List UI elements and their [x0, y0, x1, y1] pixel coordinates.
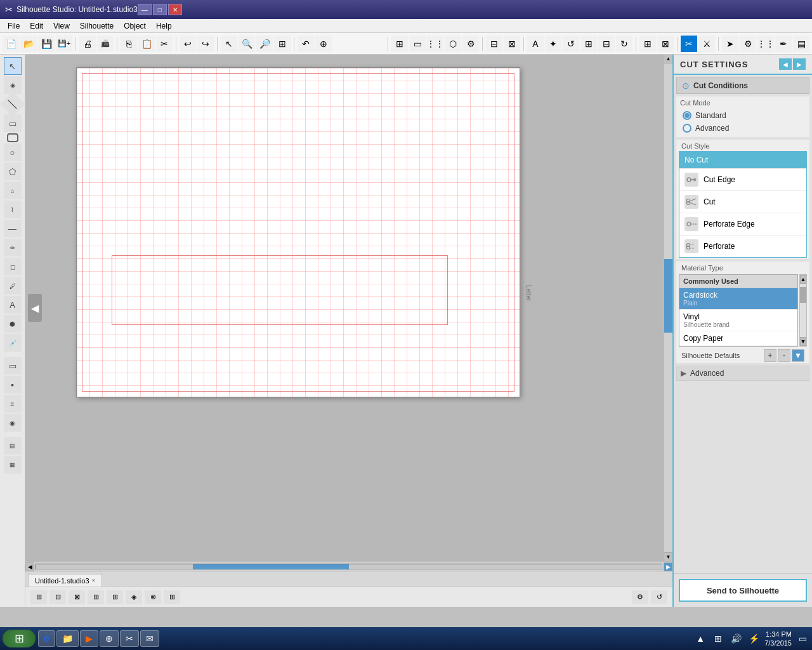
status-btn-3[interactable]: ⊞ — [88, 590, 104, 604]
canvas-area[interactable]: ◀ Letter ▲ ▼ — [25, 55, 672, 561]
tab-close-btn[interactable]: × — [92, 577, 96, 584]
send-to-silhouette-btn[interactable]: Send to Silhouette — [679, 579, 807, 602]
vscroll-up[interactable]: ▲ — [664, 55, 672, 63]
tb-save[interactable]: 💾 — [38, 36, 55, 52]
tool-select1[interactable]: ▭ — [4, 357, 22, 375]
taskbar-chrome[interactable]: ⊕ — [100, 630, 119, 647]
rt-grid2[interactable]: ⋮⋮ — [757, 36, 774, 52]
cut-conditions-header[interactable]: ⊙ Cut Conditions — [676, 77, 809, 94]
tb-paste[interactable]: 📋 — [138, 36, 155, 52]
rt-pen[interactable]: ✒ — [775, 36, 792, 52]
panel-nav-prev[interactable]: ◀ — [779, 58, 792, 70]
rt-rect[interactable]: ▭ — [409, 36, 426, 52]
tb-undo2[interactable]: ↶ — [298, 36, 314, 52]
tab-untitled[interactable]: Untitled-1.studio3 × — [28, 574, 102, 587]
tool-knife[interactable]: — — [4, 220, 22, 237]
mat-down-btn[interactable]: ▼ — [792, 349, 804, 362]
mat-add-btn[interactable]: + — [764, 349, 776, 362]
radio-standard-circle[interactable] — [683, 111, 691, 120]
taskbar-silhouette[interactable]: ✂ — [120, 630, 139, 647]
rt-gear[interactable]: ⚙ — [462, 36, 479, 52]
rt-grid[interactable]: ⋮⋮ — [427, 36, 443, 52]
tb-redo[interactable]: ↪ — [197, 36, 214, 52]
taskbar-up-arrow[interactable]: ▲ — [693, 632, 707, 646]
status-btn-5[interactable]: ◈ — [126, 590, 142, 604]
rt-shape[interactable]: ⬡ — [445, 36, 461, 52]
status-btn-2[interactable]: ⊠ — [69, 590, 85, 604]
tool-globe[interactable]: ◉ — [4, 414, 22, 432]
tb-copy[interactable]: ⎘ — [121, 36, 137, 52]
rt-send[interactable]: ➤ — [722, 36, 738, 52]
menu-view[interactable]: View — [48, 20, 75, 32]
mat-remove-btn[interactable]: - — [778, 349, 790, 362]
cut-style-cut-edge[interactable]: Cut Edge — [679, 169, 806, 191]
tool-fill[interactable]: ⬢ — [4, 315, 22, 333]
tool-pen[interactable]: 🖊 — [4, 277, 22, 295]
rt-path[interactable]: ⊟ — [598, 36, 615, 52]
advanced-section[interactable]: ▶ Advanced — [676, 366, 809, 381]
rt-text[interactable]: A — [527, 36, 544, 52]
tb-print2[interactable]: 📠 — [97, 36, 114, 52]
tb-cut[interactable]: ✂ — [156, 36, 173, 52]
canvas-vscrollbar[interactable]: ▲ ▼ — [664, 55, 672, 561]
vscroll-thumb[interactable] — [664, 259, 672, 333]
tb-open[interactable]: 📂 — [20, 36, 37, 52]
menu-edit[interactable]: Edit — [25, 20, 48, 32]
material-copy-paper[interactable]: Copy Paper — [679, 331, 797, 346]
rt-align1[interactable]: ⊟ — [486, 36, 502, 52]
tb-new[interactable]: 📄 — [3, 36, 19, 52]
taskbar-sound[interactable]: 🔊 — [729, 632, 743, 646]
rt-dup[interactable]: ⊞ — [580, 36, 597, 52]
cut-style-no-cut[interactable]: No Cut — [679, 152, 806, 169]
status-btn-6[interactable]: ⊗ — [145, 590, 161, 604]
taskbar-app5[interactable]: ✉ — [140, 630, 159, 647]
inner-rectangle[interactable] — [112, 255, 448, 325]
status-btn-1[interactable]: ⊟ — [49, 590, 66, 604]
panel-toggle[interactable]: ◀ — [28, 294, 42, 322]
rt-select[interactable]: ⊞ — [391, 36, 408, 52]
rt-knife[interactable]: ⚔ — [698, 36, 715, 52]
status-btn-7[interactable]: ⊞ — [164, 590, 180, 604]
tb-print[interactable]: 🖨 — [79, 36, 96, 52]
rt-settings[interactable]: ⚙ — [740, 36, 756, 52]
tb-zoom-out[interactable]: 🔎 — [256, 36, 273, 52]
radio-standard[interactable]: Standard — [680, 109, 806, 122]
tool-panel2[interactable]: ▦ — [4, 456, 22, 474]
cut-style-perforate[interactable]: Perforate — [679, 235, 806, 257]
material-vinyl[interactable]: Vinyl Silhouette brand — [679, 310, 797, 331]
menu-help[interactable]: Help — [151, 20, 177, 32]
tool-pencil[interactable]: ✏ — [4, 239, 22, 256]
tb-zoom-fit[interactable]: ⊞ — [274, 36, 291, 52]
menu-file[interactable]: File — [3, 20, 25, 32]
menu-silhouette[interactable]: Silhouette — [75, 20, 119, 32]
taskbar-show-desktop[interactable]: ▭ — [796, 632, 809, 646]
cut-style-cut[interactable]: Cut — [679, 191, 806, 213]
minimize-btn[interactable]: — — [138, 4, 152, 15]
tool-pointer[interactable]: ↖ — [4, 57, 22, 75]
hscroll-left[interactable]: ◀ — [25, 562, 34, 571]
rt-star[interactable]: ✦ — [545, 36, 561, 52]
tool-warp[interactable]: ⌂ — [4, 182, 22, 199]
status-settings[interactable]: ⚙ — [632, 590, 648, 604]
menu-object[interactable]: Object — [119, 20, 151, 32]
tool-panel1[interactable]: ▤ — [4, 437, 22, 454]
hscroll-thumb[interactable] — [193, 564, 350, 569]
radio-advanced-circle[interactable] — [683, 124, 691, 133]
taskbar-network[interactable]: ⊞ — [711, 632, 725, 646]
hscroll-right[interactable]: ▶ — [664, 562, 672, 571]
taskbar-ie[interactable]: e — [38, 630, 55, 647]
rt-refresh[interactable]: ↺ — [563, 36, 579, 52]
radio-advanced[interactable]: Advanced — [680, 122, 806, 135]
tb-zoom-in[interactable]: 🔍 — [239, 36, 255, 52]
rt-paste2[interactable]: ⊠ — [657, 36, 674, 52]
tb-pointer[interactable]: ↖ — [221, 36, 237, 52]
mat-scroll-thumb[interactable] — [800, 287, 806, 303]
tool-layers[interactable]: ≡ — [4, 395, 22, 413]
taskbar-explorer[interactable]: 📁 — [56, 630, 79, 647]
status-btn-4[interactable]: ⊞ — [107, 590, 123, 604]
maximize-btn[interactable]: □ — [153, 4, 167, 15]
panel-nav-next[interactable]: ▶ — [793, 58, 806, 70]
tool-rounded[interactable] — [7, 133, 18, 142]
tool-polygon[interactable]: ⬠ — [4, 162, 22, 180]
taskbar-battery[interactable]: ⚡ — [747, 632, 761, 646]
